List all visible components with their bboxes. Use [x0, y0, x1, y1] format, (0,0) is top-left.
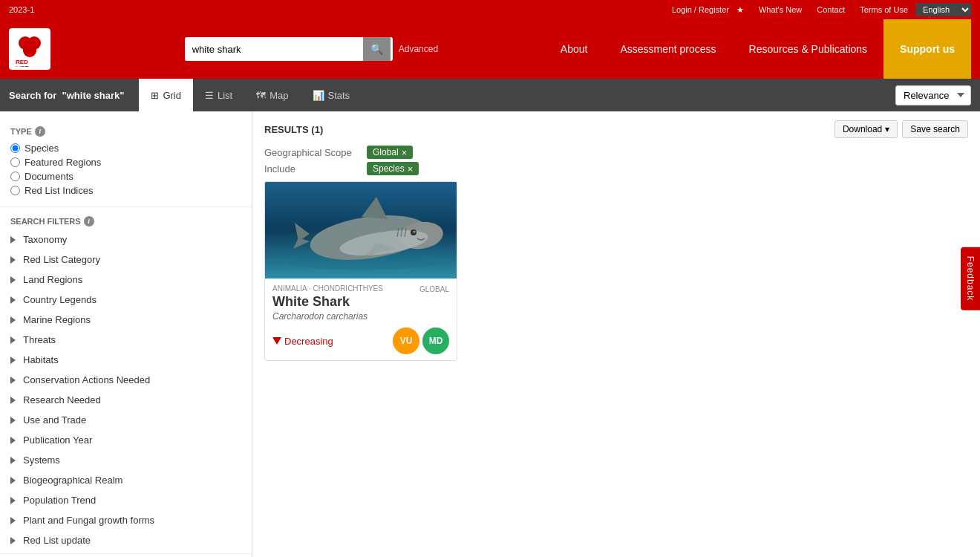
status-badges: VU MD [393, 328, 449, 354]
include-filter-row: Include Species × [264, 162, 968, 175]
map-icon: 🗺 [256, 90, 266, 101]
tab-list-label: List [218, 90, 232, 101]
card-status: Decreasing VU MD [272, 328, 449, 354]
language-select[interactable]: English Français Español [915, 3, 971, 16]
filter-conservation[interactable]: Conservation Actions Needed [0, 370, 252, 390]
sidebar: TYPE i Species Featured Regions Document… [0, 111, 252, 557]
filter-use-trade[interactable]: Use and Trade [0, 410, 252, 430]
chevron-habitats [10, 356, 16, 364]
logo: RED LIST [9, 28, 56, 70]
filter-habitats[interactable]: Habitats [0, 350, 252, 370]
terms-link[interactable]: Terms of Use [860, 5, 908, 14]
card-body: ANIMALIA · CHONDRICHTHYES GLOBAL White S… [265, 278, 457, 360]
card-title: White Shark [272, 294, 449, 310]
advanced-search-link[interactable]: Advanced [399, 44, 438, 54]
divider-2 [0, 553, 252, 554]
search-input-wrap: 🔍 [185, 37, 393, 61]
tab-stats-label: Stats [328, 90, 350, 101]
include-tag-close[interactable]: × [408, 164, 414, 174]
filter-publication-year[interactable]: Publication Year [0, 430, 252, 450]
card-scope: GLOBAL [419, 285, 449, 293]
top-bar: 2023-1 Login / Register ★ What's New Con… [0, 0, 980, 19]
type-options: Species Featured Regions Documents Red L… [0, 140, 252, 203]
contact-link[interactable]: Contact [817, 5, 845, 14]
filter-systems[interactable]: Systems [0, 450, 252, 470]
star-icon: ★ [736, 5, 744, 15]
type-documents[interactable]: Documents [10, 169, 241, 183]
trend-down-icon [272, 337, 281, 345]
filter-threats[interactable]: Threats [0, 330, 252, 350]
trend-indicator: Decreasing [272, 336, 333, 347]
tab-stats[interactable]: 📊 Stats [301, 79, 362, 111]
chevron-bio [10, 477, 16, 484]
nav-about[interactable]: About [544, 19, 604, 79]
svg-point-3 [23, 44, 36, 57]
chevron-country [10, 296, 16, 304]
search-term: "white shark" [62, 90, 125, 101]
filter-biogeographical[interactable]: Biogeographical Realm [0, 470, 252, 490]
filter-research[interactable]: Research Needed [0, 390, 252, 410]
filter-population-trend[interactable]: Population Trend [0, 490, 252, 510]
tab-list[interactable]: ☰ List [193, 79, 244, 111]
shark-image [265, 182, 457, 278]
sort-select[interactable]: Relevance Name A-Z Name Z-A [895, 85, 971, 105]
results-header: RESULTS (1) Download ▾ Save search [264, 120, 968, 138]
geo-scope-tag[interactable]: Global × [367, 146, 413, 159]
chevron-conservation [10, 377, 16, 384]
chevron-threats [10, 336, 16, 344]
feedback-tab[interactable]: Feedback [961, 247, 980, 310]
search-box: 🔍 Advanced [79, 37, 544, 61]
chevron-land [10, 276, 16, 284]
results-label: RESULTS (1) [264, 124, 323, 135]
filter-marine-regions[interactable]: Marine Regions [0, 310, 252, 330]
tab-map-label: Map [270, 90, 288, 101]
species-card[interactable]: ANIMALIA · CHONDRICHTHYES GLOBAL White S… [264, 181, 457, 361]
results-actions: Download ▾ Save search [834, 120, 968, 138]
geo-scope-filter-row: Geographical Scope Global × [264, 146, 968, 159]
type-featured-regions[interactable]: Featured Regions [10, 155, 241, 169]
filters-section-label: SEARCH FILTERS i [0, 210, 252, 229]
filter-taxonomy[interactable]: Taxonomy [0, 229, 252, 250]
chevron-systems [10, 457, 16, 464]
divider-1 [0, 206, 252, 207]
search-button[interactable]: 🔍 [363, 37, 391, 61]
type-red-list-indices[interactable]: Red List Indices [10, 183, 241, 198]
trend-label: Decreasing [284, 336, 333, 347]
include-tag[interactable]: Species × [367, 162, 419, 175]
whats-new-link[interactable]: What's New [759, 5, 802, 14]
svg-point-7 [287, 258, 436, 270]
nav-resources[interactable]: Resources & Publications [733, 19, 884, 79]
geo-scope-tag-close[interactable]: × [402, 148, 408, 157]
login-link[interactable]: Login / Register [672, 5, 729, 14]
chevron-red-list-update [10, 537, 16, 544]
tab-map[interactable]: 🗺 Map [244, 79, 300, 111]
search-label: Search for "white shark" [9, 90, 124, 101]
type-species[interactable]: Species [10, 141, 241, 155]
badge-vu: VU [393, 328, 419, 354]
type-info-icon: i [35, 126, 45, 137]
svg-point-16 [414, 231, 416, 233]
search-input[interactable] [185, 38, 363, 61]
card-image [265, 182, 457, 278]
view-tabs: ⊞ Grid ☰ List 🗺 Map 📊 Stats [139, 79, 362, 111]
chevron-publication [10, 437, 16, 444]
chevron-use-trade [10, 417, 16, 424]
sub-nav: Search for "white shark" ⊞ Grid ☰ List 🗺… [0, 79, 980, 111]
tab-grid-label: Grid [163, 90, 181, 101]
filter-country-legends[interactable]: Country Legends [0, 290, 252, 310]
download-button[interactable]: Download ▾ [834, 120, 898, 138]
filter-red-list-update[interactable]: Red List update [0, 530, 252, 550]
filter-plant-fungal[interactable]: Plant and Fungal growth forms [0, 510, 252, 530]
search-prefix: Search for [9, 90, 56, 101]
nav-support[interactable]: Support us [883, 19, 971, 79]
card-taxonomy: ANIMALIA · CHONDRICHTHYES [272, 284, 383, 293]
active-filters: Geographical Scope Global × Include Spec… [264, 146, 968, 175]
filter-red-list-category[interactable]: Red List Category [0, 250, 252, 270]
nav-assessment[interactable]: Assessment process [604, 19, 732, 79]
filter-land-regions[interactable]: Land Regions [0, 270, 252, 290]
top-bar-right: Login / Register ★ What's New Contact Te… [664, 3, 971, 16]
save-search-button[interactable]: Save search [902, 120, 968, 138]
geo-scope-filter-label: Geographical Scope [264, 147, 361, 158]
svg-text:LIST: LIST [16, 65, 28, 67]
tab-grid[interactable]: ⊞ Grid [139, 79, 193, 111]
